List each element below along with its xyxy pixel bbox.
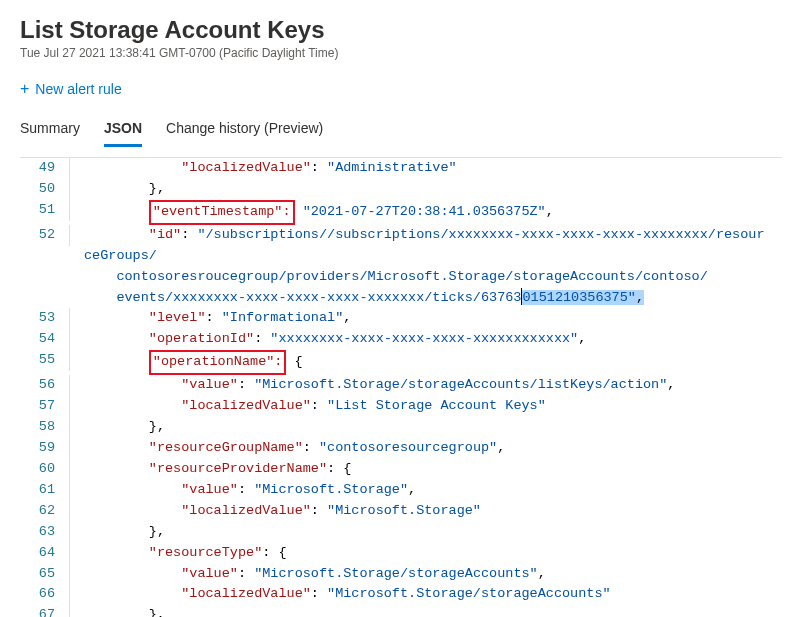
code-line: 49 "localizedValue": "Administrative" xyxy=(20,158,782,179)
page-subtitle: Tue Jul 27 2021 13:38:41 GMT-0700 (Pacif… xyxy=(20,46,782,60)
json-code-view[interactable]: 49 "localizedValue": "Administrative" 50… xyxy=(20,157,782,617)
code-line: 61 "value": "Microsoft.Storage", xyxy=(20,480,782,501)
code-line: 64 "resourceType": { xyxy=(20,543,782,564)
code-line: 67 }, xyxy=(20,605,782,617)
plus-icon: + xyxy=(20,80,29,98)
code-line: 51 "eventTimestamp": "2021-07-27T20:38:4… xyxy=(20,200,782,225)
code-line: 55 "operationName": { xyxy=(20,350,782,375)
code-line: 56 "value": "Microsoft.Storage/storageAc… xyxy=(20,375,782,396)
highlight-eventTimestamp: "eventTimestamp": xyxy=(149,200,295,225)
code-line: 65 "value": "Microsoft.Storage/storageAc… xyxy=(20,564,782,585)
page-title: List Storage Account Keys xyxy=(20,16,782,44)
code-line: 60 "resourceProviderName": { xyxy=(20,459,782,480)
tab-json[interactable]: JSON xyxy=(104,116,142,147)
tabs: Summary JSON Change history (Preview) xyxy=(20,116,782,147)
code-line: 54 "operationId": "xxxxxxxx-xxxx-xxxx-xx… xyxy=(20,329,782,350)
highlight-operationName: "operationName": xyxy=(149,350,287,375)
code-line: 66 "localizedValue": "Microsoft.Storage/… xyxy=(20,584,782,605)
new-alert-rule-label: New alert rule xyxy=(35,81,121,97)
code-line: 50 }, xyxy=(20,179,782,200)
code-line: 57 "localizedValue": "List Storage Accou… xyxy=(20,396,782,417)
code-line: 53 "level": "Informational", xyxy=(20,308,782,329)
tab-summary[interactable]: Summary xyxy=(20,116,80,147)
code-line: 63 }, xyxy=(20,522,782,543)
code-line: 59 "resourceGroupName": "contosoresource… xyxy=(20,438,782,459)
code-line-cont: events/xxxxxxxx-xxxx-xxxx-xxxx-xxxxxxx/t… xyxy=(20,288,782,309)
code-line-cont: contosoresroucegroup/providers/Microsoft… xyxy=(20,267,782,288)
tab-change-history[interactable]: Change history (Preview) xyxy=(166,116,323,147)
text-selection: 0151210356375" xyxy=(522,290,635,305)
new-alert-rule-button[interactable]: + New alert rule xyxy=(20,80,122,98)
code-line: 58 }, xyxy=(20,417,782,438)
code-line: 52 "id": "/subscriptions//subscriptions/… xyxy=(20,225,782,267)
code-line: 62 "localizedValue": "Microsoft.Storage" xyxy=(20,501,782,522)
